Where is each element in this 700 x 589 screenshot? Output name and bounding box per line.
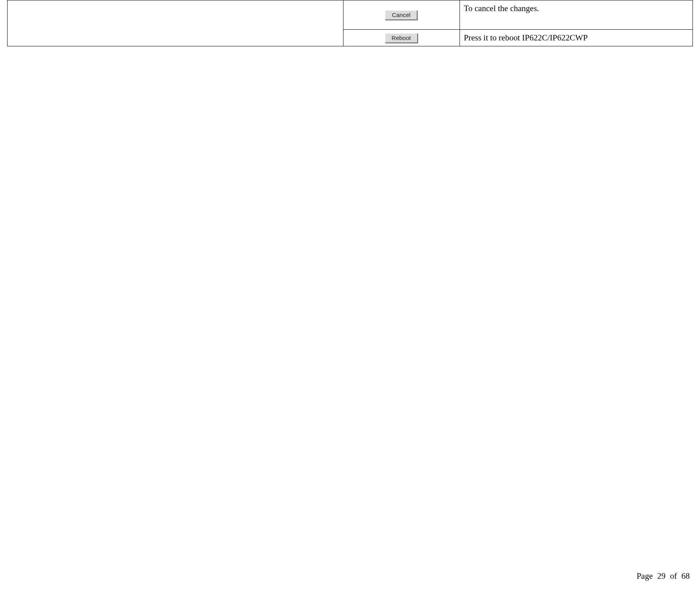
reboot-button[interactable]: Reboot (385, 33, 418, 44)
button-cell-cancel: Cancel (343, 0, 460, 30)
button-description-table: Cancel To cancel the changes. Reboot Pre… (0, 0, 700, 46)
button-cell-reboot: Reboot (343, 30, 460, 46)
table-left-cell (8, 0, 343, 46)
description-cell-reboot: Press it to reboot IP622C/IP622CWP (460, 30, 692, 46)
table-row: Cancel To cancel the changes. (8, 0, 693, 30)
cancel-button[interactable]: Cancel (385, 10, 418, 21)
page-number: Page 29 of 68 (637, 571, 690, 581)
description-cell-cancel: To cancel the changes. (460, 0, 692, 30)
